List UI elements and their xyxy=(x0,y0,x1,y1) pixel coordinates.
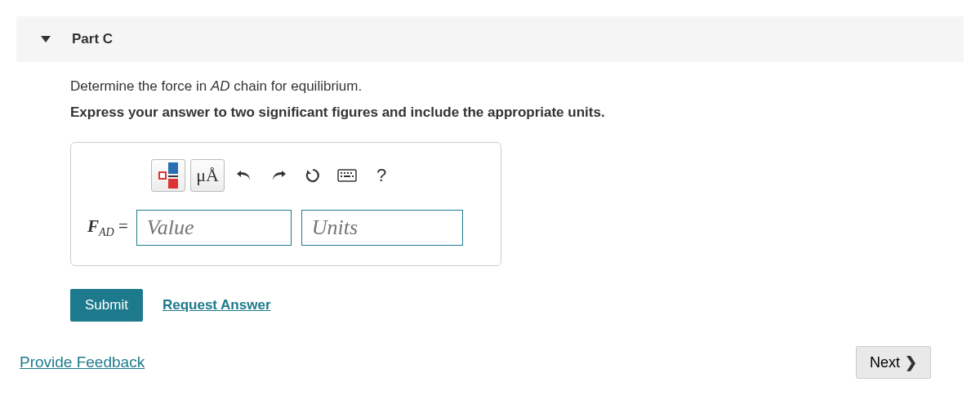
special-chars-label: μÅ xyxy=(196,165,219,186)
special-chars-button[interactable]: μÅ xyxy=(190,159,225,192)
variable-label: FAD = xyxy=(87,216,128,239)
submit-button[interactable]: Submit xyxy=(70,289,143,322)
undo-icon xyxy=(236,168,252,183)
svg-rect-1 xyxy=(341,172,342,174)
variable-main: F xyxy=(87,216,99,236)
keyboard-button[interactable] xyxy=(332,159,362,192)
next-label: Next xyxy=(870,354,900,371)
redo-button[interactable] xyxy=(264,159,293,192)
question-text: Determine the force in AD chain for equi… xyxy=(70,78,964,95)
svg-rect-2 xyxy=(344,172,345,174)
template-glyph-icon xyxy=(168,162,178,174)
variable-subscript: AD xyxy=(99,226,114,238)
help-label: ? xyxy=(376,165,386,186)
template-glyph-icon xyxy=(158,171,167,180)
submit-row: Submit Request Answer xyxy=(70,289,964,322)
answer-panel: μÅ ? FAD = xyxy=(70,142,501,266)
keyboard-icon xyxy=(337,169,357,182)
templates-button[interactable] xyxy=(151,159,185,192)
request-answer-link[interactable]: Request Answer xyxy=(163,297,271,313)
question-variable: AD xyxy=(211,78,230,94)
chevron-right-icon: ❯ xyxy=(905,353,917,371)
svg-rect-3 xyxy=(347,172,349,174)
undo-button[interactable] xyxy=(229,159,259,192)
part-header: Part C xyxy=(16,16,964,62)
template-glyph-icon xyxy=(168,179,178,189)
equals-sign: = xyxy=(114,216,128,236)
redo-icon xyxy=(270,168,287,183)
answer-input-row: FAD = xyxy=(87,210,484,246)
formatting-toolbar: μÅ ? xyxy=(151,159,484,192)
footer: Provide Feedback Next ❯ xyxy=(0,322,980,387)
next-button[interactable]: Next ❯ xyxy=(856,346,931,379)
collapse-toggle-icon[interactable] xyxy=(41,36,51,42)
provide-feedback-link[interactable]: Provide Feedback xyxy=(20,353,145,371)
question-suffix: chain for equilibrium. xyxy=(230,78,363,94)
content-area: Determine the force in AD chain for equi… xyxy=(0,62,980,322)
question-prefix: Determine the force in xyxy=(70,78,211,94)
template-glyph-icon xyxy=(168,175,178,177)
svg-rect-5 xyxy=(341,175,342,177)
reset-button[interactable] xyxy=(298,159,327,192)
value-input[interactable] xyxy=(136,210,292,246)
reset-icon xyxy=(305,167,321,184)
instruction-text: Express your answer to two significant f… xyxy=(70,104,964,121)
units-input[interactable] xyxy=(301,210,463,246)
part-title: Part C xyxy=(72,31,113,47)
svg-rect-4 xyxy=(350,172,352,174)
svg-rect-6 xyxy=(344,175,350,177)
help-button[interactable]: ? xyxy=(367,159,396,192)
svg-rect-7 xyxy=(352,175,354,177)
